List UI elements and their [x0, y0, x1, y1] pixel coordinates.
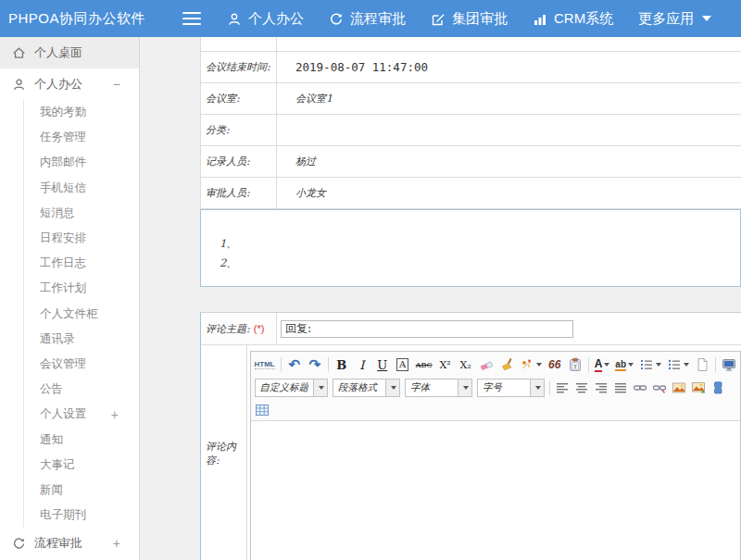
row-value: 会议室1: [277, 83, 741, 114]
nav-workflow-approval[interactable]: 流程审批: [329, 10, 406, 28]
font-size-select[interactable]: 字号: [477, 379, 545, 397]
html-source-button[interactable]: HTML: [255, 356, 275, 373]
note-line: 1、: [220, 234, 740, 254]
sidebar-item-contacts[interactable]: 通讯录: [24, 327, 139, 352]
table-row-partial: [201, 37, 741, 52]
caret-down-icon: [536, 363, 542, 367]
topbar: PHPOA协同办公软件 个人办公 流程审批 集团审批 CRM系统: [0, 0, 741, 37]
collapse-toggle[interactable]: −: [113, 77, 120, 92]
sidebar-item-work-plan[interactable]: 工作计划: [24, 276, 139, 301]
align-justify-icon[interactable]: [613, 380, 628, 396]
sidebar-item-my-attendance[interactable]: 我的考勤: [24, 100, 139, 125]
sidebar-item-personal-settings[interactable]: 个人设置 +: [24, 402, 139, 427]
caret-down-icon: [656, 363, 661, 367]
nav-personal-office[interactable]: 个人办公: [227, 10, 304, 28]
person-icon: [227, 10, 242, 27]
cycle-icon: [329, 10, 344, 27]
sidebar-item-personal-desktop[interactable]: 个人桌面: [0, 37, 139, 68]
sidebar-item-announcement[interactable]: 公告: [24, 377, 139, 402]
nav-group-approval[interactable]: 集团审批: [431, 10, 508, 28]
image-icon[interactable]: [672, 380, 686, 396]
caret-down-icon: [702, 16, 711, 21]
comment-subject-input[interactable]: [281, 320, 573, 338]
font-family-select[interactable]: 字体: [405, 379, 472, 397]
svg-text:T: T: [573, 363, 577, 369]
section-gap: [200, 287, 741, 312]
sidebar-item-personal-files[interactable]: 个人文件柜: [24, 302, 139, 327]
font-color-icon[interactable]: A: [595, 356, 610, 373]
sidebar-item-e-journal[interactable]: 电子期刊: [24, 503, 139, 528]
expand-toggle[interactable]: +: [111, 407, 119, 422]
meeting-notes-box: 1、 2、: [200, 209, 741, 287]
required-mark: (*): [254, 323, 265, 334]
table-row-recorder: 记录人员: 杨过: [201, 146, 741, 178]
sidebar-item-news[interactable]: 新闻: [24, 478, 139, 503]
paragraph-format-select[interactable]: 段落格式: [333, 379, 400, 397]
chart-icon: [533, 10, 547, 27]
app-title: PHPOA协同办公软件: [0, 10, 144, 28]
editor-content-area[interactable]: [251, 421, 741, 560]
editor-toolbar: HTML ↶ ↷ B I U A ABC X²: [251, 352, 741, 421]
content-area: 会议结束时间: 2019-08-07 11:47:00 会议室: 会议室1 分类…: [140, 37, 741, 560]
ordered-list-icon[interactable]: [639, 356, 661, 373]
highlight-color-icon[interactable]: ab: [615, 356, 634, 373]
align-center-icon[interactable]: [574, 380, 589, 396]
cycle-icon: [12, 536, 26, 551]
align-right-icon[interactable]: [594, 380, 609, 396]
table-icon[interactable]: [255, 402, 270, 418]
comment-content-label: 评论内容:: [201, 345, 247, 560]
sidebar-item-personal-office[interactable]: 个人办公 −: [0, 68, 139, 100]
rich-text-editor: HTML ↶ ↷ B I U A ABC X²: [250, 351, 741, 560]
nav-label: CRM系统: [554, 10, 613, 28]
sidebar-item-internal-mail[interactable]: 内部邮件: [24, 150, 139, 175]
sidebar-item-label: 流程审批: [34, 535, 105, 552]
underline-icon[interactable]: U: [375, 356, 390, 373]
expand-toggle[interactable]: +: [113, 536, 120, 551]
row-label: 审批人员:: [201, 178, 277, 208]
nav-label: 更多应用: [638, 10, 694, 28]
sidebar-item-workflow-approval[interactable]: 流程审批 +: [0, 528, 139, 559]
fullscreen-icon[interactable]: [722, 356, 736, 373]
link-icon[interactable]: [633, 380, 647, 396]
nav-label: 流程审批: [350, 10, 406, 28]
table-row-meeting-end-time: 会议结束时间: 2019-08-07 11:47:00: [201, 52, 741, 83]
eraser-icon[interactable]: [479, 356, 494, 373]
sidebar-item-sms[interactable]: 手机短信: [24, 176, 139, 201]
sidebar-item-schedule[interactable]: 日程安排: [24, 226, 139, 251]
unordered-list-icon[interactable]: [667, 356, 689, 373]
new-document-icon[interactable]: [695, 356, 710, 373]
bold-icon[interactable]: B: [334, 356, 349, 373]
blockquote-icon[interactable]: 66: [547, 356, 562, 373]
superscript-icon[interactable]: X²: [438, 356, 453, 373]
sidebar-submenu: 我的考勤 任务管理 内部邮件 手机短信 短消息 日程安排 工作日志 工作计划 个…: [23, 100, 139, 528]
row-value: 杨过: [277, 146, 741, 177]
sidebar-item-notification[interactable]: 通知: [24, 427, 139, 452]
sidebar-item-work-log[interactable]: 工作日志: [24, 251, 139, 276]
sidebar-item-label: 个人桌面: [34, 44, 120, 61]
table-row-approver: 审批人员: 小龙女: [201, 178, 741, 209]
paint-format-icon[interactable]: [520, 356, 542, 373]
char-border-icon[interactable]: A: [396, 356, 410, 373]
caret-down-icon: [604, 363, 609, 367]
sidebar-item-short-message[interactable]: 短消息: [24, 201, 139, 226]
nav-more-apps[interactable]: 更多应用: [638, 10, 711, 28]
align-left-icon[interactable]: [555, 380, 570, 396]
undo-icon[interactable]: ↶: [287, 356, 302, 373]
unlink-icon[interactable]: [652, 380, 667, 396]
paste-icon[interactable]: T: [568, 356, 583, 373]
redo-icon[interactable]: ↷: [308, 356, 322, 373]
strikethrough-icon[interactable]: ABC: [416, 356, 433, 373]
sidebar-item-task-management[interactable]: 任务管理: [24, 125, 139, 150]
subscript-icon[interactable]: X₂: [458, 356, 473, 373]
nav-crm-system[interactable]: CRM系统: [533, 10, 613, 28]
clean-format-icon[interactable]: [499, 356, 514, 373]
caret-down-icon: [458, 380, 471, 396]
sidebar-item-major-events[interactable]: 大事记: [24, 453, 139, 478]
sidebar-item-meeting-management[interactable]: 会议管理: [24, 352, 139, 377]
heading-style-select[interactable]: 自定义标题: [255, 379, 329, 397]
hamburger-menu-icon[interactable]: [182, 8, 201, 29]
image-upload-icon[interactable]: [691, 380, 706, 396]
italic-icon[interactable]: I: [355, 356, 370, 373]
comment-subject-label-cell: 评论主题: (*): [201, 313, 277, 344]
media-icon[interactable]: [710, 380, 725, 396]
